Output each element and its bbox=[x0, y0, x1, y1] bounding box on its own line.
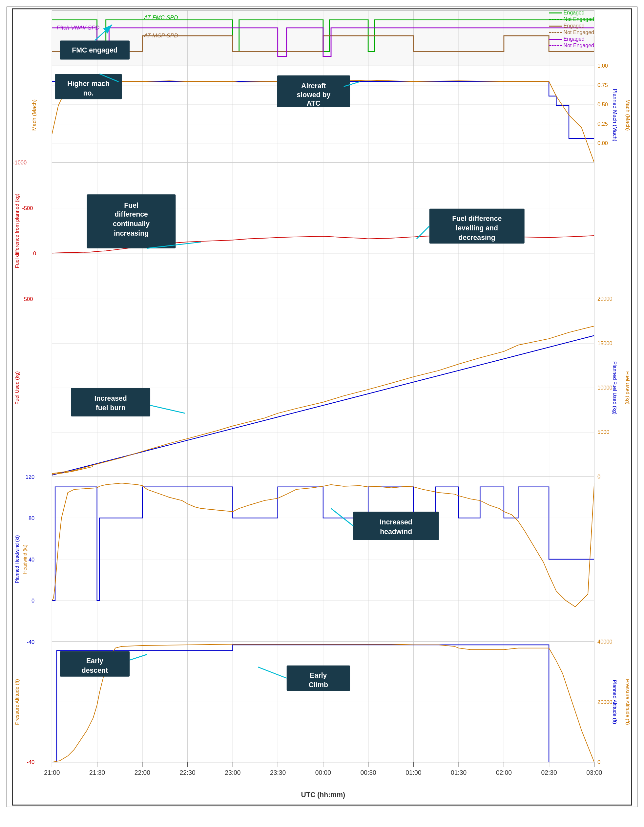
annotation-fuel-diff-inc-text4: increasing bbox=[114, 229, 149, 237]
x-tick-2230: 22:30 bbox=[179, 769, 195, 776]
planned-mach-right-label: Planned Mach (Mach) bbox=[612, 89, 618, 142]
alt-tick-40000: 40000 bbox=[597, 639, 613, 644]
fuelused-right-label: Fuel Used (kg) bbox=[625, 371, 630, 404]
x-tick-2130: 21:30 bbox=[89, 769, 105, 776]
annotation-early-descent-text2: descent bbox=[82, 666, 108, 674]
annotation-early-descent-text1: Early bbox=[86, 657, 103, 665]
annotation-fuel-diff-inc-text1: Fuel bbox=[124, 201, 139, 209]
headwind-tick-40: 40 bbox=[28, 557, 34, 562]
mach-tick-100: 1.00 bbox=[597, 63, 608, 69]
annotation-early-climb-text1: Early bbox=[310, 671, 327, 679]
legend-pitch-not-engaged-label: Not Engaged bbox=[564, 43, 594, 48]
alt-tick-0: 0 bbox=[597, 759, 600, 765]
legend-at-fmc-engaged: Engaged bbox=[549, 10, 594, 16]
legend-at-mcp-engaged: Engaged bbox=[549, 23, 594, 29]
legend-at-mcp-engaged-label: Engaged bbox=[564, 23, 585, 29]
x-tick-0230: 02:30 bbox=[541, 769, 557, 776]
mach-left-label: Mach (Mach) bbox=[31, 100, 37, 131]
fuelused-tick-5000: 5000 bbox=[597, 429, 610, 435]
legend-at-fmc-engaged-label: Engaged bbox=[564, 10, 585, 16]
x-tick-0130: 01:30 bbox=[451, 769, 466, 776]
fuelused-tick-15000: 15000 bbox=[597, 340, 613, 346]
headwind-tick-80: 80 bbox=[28, 515, 34, 521]
annotation-increased-fuel-text1: Increased bbox=[95, 395, 127, 403]
x-tick-0000: 00:00 bbox=[315, 769, 331, 776]
alt-left-tick-neg40: -40 bbox=[27, 759, 34, 765]
main-wrapper: Engaged Not Engaged Engaged Not Engaged … bbox=[6, 6, 638, 807]
annotation-headwind-text2: headwind bbox=[380, 528, 412, 535]
fuelused-left-label: Fuel Used (kg) bbox=[14, 371, 20, 404]
headwind-tick-0: 0 bbox=[31, 598, 34, 604]
annotation-fuel-diff-lev-text2: levelling and bbox=[456, 224, 498, 232]
annotation-fuel-diff-lev-text3: decreasing bbox=[458, 234, 495, 242]
headwind-tick-neg40: -40 bbox=[27, 639, 34, 645]
x-tick-2200: 22:00 bbox=[134, 769, 150, 776]
annotation-fuel-diff-inc-text2: difference bbox=[114, 211, 148, 218]
at-fmc-spd-label: AT FMC SPD bbox=[144, 14, 178, 21]
x-tick-2100: 21:00 bbox=[44, 769, 60, 776]
fueldiff-tick-neg500: -500 bbox=[22, 205, 33, 211]
x-tick-2330: 23:30 bbox=[270, 769, 286, 776]
fueldiff-tick-0: 0 bbox=[33, 250, 36, 256]
main-chart-svg: AT FMC SPD AT MCP SPD Pitch VNAV SPD bbox=[7, 7, 637, 807]
alt-tick-20000: 20000 bbox=[597, 699, 613, 705]
mach-right-label: Mach (Mach) bbox=[625, 100, 631, 131]
legend-at-mcp-not-engaged-label: Not Engaged bbox=[564, 30, 594, 36]
legend-at-fmc-not-engaged: Not Engaged bbox=[549, 16, 594, 22]
alt-left-label: Pressure Altitude (ft) bbox=[14, 679, 20, 725]
legend-at-fmc-not-engaged-label: Not Engaged bbox=[564, 16, 594, 22]
annotation-aircraft-slowed-text1: Aircraft bbox=[301, 82, 326, 90]
mach-tick-025: 0.25 bbox=[597, 121, 608, 127]
annotation-increased-fuel-text2: fuel burn bbox=[96, 404, 126, 412]
headwind-left-label: Headwind (kt) bbox=[22, 545, 28, 574]
alt-right-label: Pressure Altitude (ft) bbox=[625, 679, 630, 725]
annotation-aircraft-slowed-text3: ATC bbox=[307, 100, 321, 107]
fuelused-tick-0: 0 bbox=[597, 474, 600, 479]
at-mcp-spd-label: AT MCP SPD bbox=[144, 32, 178, 39]
pitch-vnav-spd-label: Pitch VNAV SPD bbox=[57, 24, 100, 31]
legend-pitch-engaged: Engaged bbox=[549, 36, 594, 42]
headwind-left-label-planned: Planned Headwind (kt) bbox=[14, 535, 20, 584]
annotation-fuel-diff-inc-text3: continually bbox=[113, 220, 150, 228]
x-tick-0300: 03:00 bbox=[586, 769, 602, 776]
planned-alt-right-label: Planned Altitude (ft) bbox=[612, 680, 618, 724]
annotation-fuel-diff-lev-text1: Fuel difference bbox=[452, 215, 502, 223]
legend-pitch-engaged-label: Engaged bbox=[564, 36, 585, 42]
fueldiff-tick-neg1000: -1000 bbox=[13, 159, 27, 165]
x-tick-lines bbox=[52, 762, 594, 767]
legend-area: Engaged Not Engaged Engaged Not Engaged … bbox=[549, 10, 594, 48]
mach-tick-050: 0.50 bbox=[597, 101, 608, 107]
mach-tick-075: 0.75 bbox=[597, 82, 608, 88]
fueldiff-left-label: Fuel difference from planned (kg) bbox=[14, 193, 20, 268]
x-tick-2300: 23:00 bbox=[225, 769, 240, 776]
mach-tick-000: 0.00 bbox=[597, 140, 608, 146]
fuelused-tick-10000: 10000 bbox=[597, 385, 613, 390]
x-tick-0030: 00:30 bbox=[360, 769, 376, 776]
annotation-headwind-text1: Increased bbox=[380, 518, 412, 526]
chart-container: Engaged Not Engaged Engaged Not Engaged … bbox=[0, 0, 644, 827]
legend-at-mcp-not-engaged: Not Engaged bbox=[549, 30, 594, 36]
x-tick-0200: 02:00 bbox=[496, 769, 512, 776]
x-axis-ticks: 21:00 21:30 22:00 22:30 23:00 23:30 00:0… bbox=[44, 769, 602, 776]
annotation-aircraft-slowed-text2: slowed by bbox=[297, 91, 331, 99]
x-axis-title: UTC (hh:mm) bbox=[301, 791, 345, 799]
headwind-tick-120: 120 bbox=[26, 474, 34, 480]
fueldiff-tick-500: 500 bbox=[24, 296, 33, 302]
annotation-early-climb-text2: Climb bbox=[309, 681, 328, 689]
x-tick-0100: 01:00 bbox=[405, 769, 421, 776]
annotation-higher-mach-text1: Higher mach bbox=[67, 80, 109, 87]
planned-fuelused-right-label: Planned Fuel Used (kg) bbox=[612, 361, 618, 415]
annotation-higher-mach-text2: no. bbox=[83, 89, 94, 97]
annotation-fmc-engaged-text: FMC engaged bbox=[72, 46, 117, 54]
fuelused-tick-20000: 20000 bbox=[597, 296, 613, 301]
legend-pitch-not-engaged: Not Engaged bbox=[549, 43, 594, 48]
